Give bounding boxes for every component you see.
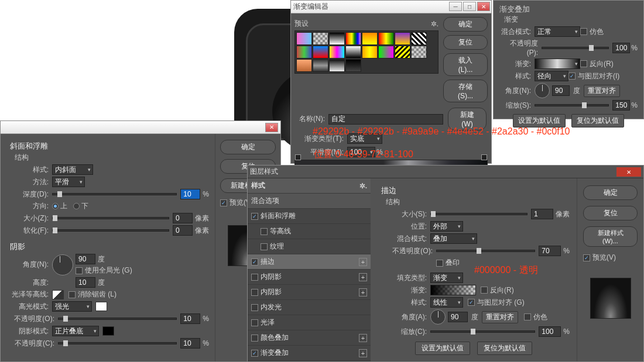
style-checkbox[interactable] [251, 258, 258, 266]
depth-input[interactable] [180, 189, 200, 199]
add-effect-button[interactable]: + [359, 258, 367, 266]
add-effect-button[interactable]: + [359, 334, 367, 342]
align-checkbox[interactable] [468, 299, 475, 306]
style-checkbox[interactable] [261, 228, 268, 235]
style-item[interactable]: 等高线 [248, 224, 371, 239]
sh-opacity-slider[interactable] [58, 342, 177, 344]
angle-input[interactable] [76, 254, 95, 264]
stroke-blend-select[interactable]: 叠加 [430, 233, 477, 244]
style-checkbox[interactable] [261, 243, 268, 250]
gear-icon[interactable]: ✲. [359, 182, 367, 190]
stroke-opacity-slider[interactable] [436, 250, 535, 252]
style-checkbox[interactable] [251, 319, 258, 326]
stroke-gradient[interactable] [430, 285, 476, 295]
scale-slider[interactable] [535, 104, 609, 106]
angle-dial[interactable] [52, 254, 73, 275]
stroke-style-select[interactable]: 线性 [430, 297, 463, 308]
style-checkbox[interactable] [251, 350, 258, 357]
style-checkbox[interactable] [251, 304, 258, 311]
sh-mode-select[interactable]: 正片叠底 [52, 326, 99, 336]
style-item[interactable]: 颜色叠加+ [248, 330, 371, 346]
reset-align-button[interactable]: 重置对齐 [584, 85, 620, 97]
hl-opacity-slider[interactable] [58, 318, 177, 320]
gear-icon[interactable]: ✲. [431, 20, 439, 28]
style-checkbox[interactable] [251, 335, 258, 342]
titlebar[interactable]: 图层样式 ✕ [248, 166, 643, 178]
style-item[interactable]: 描边+ [248, 254, 371, 270]
antialias-checkbox[interactable] [68, 291, 76, 298]
style-item[interactable]: 内阴影+ [248, 285, 371, 300]
stroke-scale-slider[interactable] [430, 330, 535, 333]
overprint-checkbox[interactable] [436, 260, 443, 267]
altitude-input[interactable] [76, 277, 95, 288]
preview-checkbox[interactable] [220, 199, 227, 206]
styles-header[interactable]: 样式✲. [248, 178, 371, 194]
soften-slider[interactable] [52, 229, 169, 232]
stroke-angle-input[interactable] [448, 312, 468, 322]
angle-dial[interactable] [535, 83, 550, 98]
maximize-button[interactable]: □ [463, 2, 476, 11]
reverse-checkbox[interactable] [580, 60, 587, 67]
hl-opacity-input[interactable] [180, 313, 200, 324]
opacity-slider[interactable] [542, 47, 609, 49]
close-button[interactable]: ✕ [265, 123, 278, 132]
gloss-contour[interactable] [52, 290, 64, 299]
style-item[interactable]: 内发光 [248, 300, 371, 315]
angle-input[interactable] [552, 85, 570, 96]
reverse-checkbox[interactable] [481, 287, 488, 294]
dither-checkbox[interactable] [524, 313, 531, 320]
hl-mode-select[interactable]: 强光 [52, 301, 92, 312]
add-effect-button[interactable]: + [359, 288, 367, 297]
reset-align-button[interactable]: 重置对齐 [482, 311, 518, 323]
sh-color[interactable] [102, 326, 114, 336]
save-button[interactable]: 存储(S)... [443, 80, 488, 102]
blend-mode-select[interactable]: 正常 [535, 26, 580, 37]
stroke-scale-input[interactable] [539, 326, 561, 337]
global-light-checkbox[interactable] [76, 267, 83, 274]
style-item[interactable]: 纹理 [248, 239, 371, 254]
style-checkbox[interactable] [251, 289, 258, 296]
titlebar[interactable]: ✕ [1, 121, 280, 134]
minimize-button[interactable]: ─ [449, 2, 462, 11]
close-button[interactable]: ✕ [616, 167, 641, 177]
reset-default-button[interactable]: 复位为默认值 [477, 342, 532, 355]
style-checkbox[interactable] [251, 213, 258, 220]
style-item[interactable]: 内阴影+ [248, 270, 371, 285]
reset-button[interactable]: 复位 [443, 35, 488, 50]
dir-up-radio[interactable] [52, 203, 59, 209]
scale-input[interactable] [612, 100, 630, 111]
size-input[interactable] [173, 213, 193, 223]
angle-dial[interactable] [430, 309, 446, 325]
ok-button[interactable]: 确定 [220, 140, 276, 154]
blend-options[interactable]: 混合选项 [248, 194, 371, 209]
set-default-button[interactable]: 设置为默认值 [513, 114, 566, 127]
sh-opacity-input[interactable] [180, 338, 200, 349]
ok-button[interactable]: 确定 [583, 185, 638, 200]
style-item[interactable]: 光泽 [248, 315, 371, 330]
stroke-opacity-input[interactable] [539, 246, 561, 256]
stroke-size-slider[interactable] [430, 213, 527, 215]
dither-checkbox[interactable] [580, 28, 587, 35]
new-style-button[interactable]: 新建样式 (W)... [583, 226, 638, 247]
gradient-presets-grid[interactable] [294, 30, 439, 74]
size-slider[interactable] [52, 217, 169, 219]
stroke-size-input[interactable] [531, 209, 553, 219]
gradient-swatch[interactable] [535, 58, 580, 69]
close-button[interactable]: ✕ [477, 2, 490, 11]
dir-down-radio[interactable] [73, 203, 80, 209]
stroke-pos-select[interactable]: 外部 [430, 221, 463, 232]
depth-slider[interactable] [52, 193, 177, 195]
style-item[interactable]: 斜面和浮雕 [248, 209, 371, 224]
ok-button[interactable]: 确定 [443, 17, 488, 32]
name-input[interactable] [328, 114, 443, 125]
soften-input[interactable] [173, 225, 193, 236]
fill-type-select[interactable]: 渐变 [430, 273, 463, 283]
reset-default-button[interactable]: 复位为默认值 [571, 114, 624, 127]
add-effect-button[interactable]: + [359, 349, 367, 357]
opacity-input[interactable] [612, 43, 630, 53]
preview-checkbox[interactable] [583, 254, 590, 261]
set-default-button[interactable]: 设置为默认值 [415, 342, 470, 355]
method-select[interactable]: 平滑 [52, 177, 85, 187]
style-select[interactable]: 径向 [535, 71, 568, 81]
style-checkbox[interactable] [251, 274, 258, 281]
